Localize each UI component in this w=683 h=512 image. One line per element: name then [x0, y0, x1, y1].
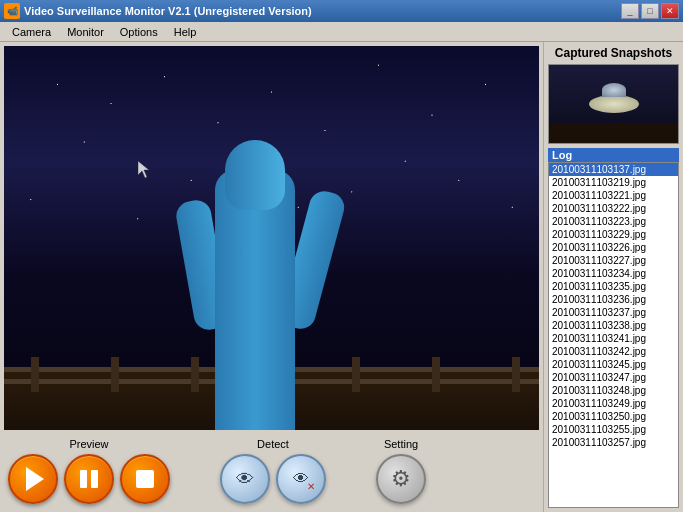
log-item[interactable]: 20100311103227.jpg [549, 254, 678, 267]
log-item[interactable]: 20100311103221.jpg [549, 189, 678, 202]
title-bar: 📹 Video Surveillance Monitor V2.1 (Unreg… [0, 0, 683, 22]
log-item[interactable]: 20100311103255.jpg [549, 423, 678, 436]
window-title: Video Surveillance Monitor V2.1 (Unregis… [24, 5, 312, 17]
maximize-button[interactable]: □ [641, 3, 659, 19]
preview-group: Preview [8, 438, 170, 504]
menu-bar: Camera Monitor Options Help [0, 22, 683, 42]
log-item[interactable]: 20100311103234.jpg [549, 267, 678, 280]
detect-on-button[interactable]: 👁 [220, 454, 270, 504]
menu-camera[interactable]: Camera [4, 24, 59, 40]
fence-post [111, 357, 119, 392]
right-panel: Captured Snapshots Log 20100311103137.jp… [543, 42, 683, 512]
snapshots-label: Captured Snapshots [548, 46, 679, 60]
log-list[interactable]: 20100311103137.jpg20100311103219.jpg2010… [548, 162, 679, 508]
close-button[interactable]: ✕ [661, 3, 679, 19]
detect-buttons: 👁 👁 [220, 454, 326, 504]
fence-post [512, 357, 520, 392]
log-item[interactable]: 20100311103257.jpg [549, 436, 678, 449]
menu-options[interactable]: Options [112, 24, 166, 40]
log-item[interactable]: 20100311103237.jpg [549, 306, 678, 319]
left-panel: Preview Detect [0, 42, 543, 512]
video-area [4, 46, 539, 430]
log-item[interactable]: 20100311103245.jpg [549, 358, 678, 371]
preview-label: Preview [69, 438, 108, 450]
cursor-indicator [138, 161, 150, 179]
snapshot-preview[interactable] [548, 64, 679, 144]
minimize-button[interactable]: _ [621, 3, 639, 19]
avatar-figure [165, 110, 365, 430]
title-buttons: _ □ ✕ [621, 3, 679, 19]
main-content: Preview Detect [0, 42, 683, 512]
svg-marker-0 [138, 161, 149, 178]
log-item[interactable]: 20100311103241.jpg [549, 332, 678, 345]
log-item[interactable]: 20100311103229.jpg [549, 228, 678, 241]
fence-post [31, 357, 39, 392]
log-item[interactable]: 20100311103236.jpg [549, 293, 678, 306]
menu-monitor[interactable]: Monitor [59, 24, 112, 40]
video-background [4, 46, 539, 430]
menu-help[interactable]: Help [166, 24, 205, 40]
preview-buttons [8, 454, 170, 504]
pause-icon [80, 470, 98, 488]
detect-group: Detect 👁 👁 [220, 438, 326, 504]
settings-button[interactable]: ⚙ [376, 454, 426, 504]
gear-icon: ⚙ [391, 466, 411, 492]
fence-post [432, 357, 440, 392]
log-item[interactable]: 20100311103219.jpg [549, 176, 678, 189]
ufo-body [589, 95, 639, 113]
log-item[interactable]: 20100311103247.jpg [549, 371, 678, 384]
setting-buttons: ⚙ [376, 454, 426, 504]
pause-button[interactable] [64, 454, 114, 504]
play-icon [26, 467, 44, 491]
log-item[interactable]: 20100311103223.jpg [549, 215, 678, 228]
avatar-head [225, 140, 285, 210]
eye-x-icon: 👁 [293, 470, 309, 488]
log-item[interactable]: 20100311103226.jpg [549, 241, 678, 254]
eye-icon: 👁 [236, 469, 254, 490]
log-item[interactable]: 20100311103248.jpg [549, 384, 678, 397]
log-item[interactable]: 20100311103235.jpg [549, 280, 678, 293]
log-label: Log [548, 148, 679, 162]
log-item[interactable]: 20100311103238.jpg [549, 319, 678, 332]
log-item[interactable]: 20100311103242.jpg [549, 345, 678, 358]
ufo-dome [602, 83, 626, 97]
title-bar-left: 📹 Video Surveillance Monitor V2.1 (Unreg… [4, 3, 312, 19]
log-item[interactable]: 20100311103137.jpg [549, 163, 678, 176]
detect-off-button[interactable]: 👁 [276, 454, 326, 504]
play-button[interactable] [8, 454, 58, 504]
log-item[interactable]: 20100311103222.jpg [549, 202, 678, 215]
stop-icon [136, 470, 154, 488]
app-icon: 📹 [4, 3, 20, 19]
detect-label: Detect [257, 438, 289, 450]
snapshot-fence [549, 123, 678, 143]
log-item[interactable]: 20100311103249.jpg [549, 397, 678, 410]
controls-area: Preview Detect [4, 430, 539, 508]
stop-button[interactable] [120, 454, 170, 504]
log-item[interactable]: 20100311103250.jpg [549, 410, 678, 423]
setting-label: Setting [384, 438, 418, 450]
setting-group: Setting ⚙ [376, 438, 426, 504]
